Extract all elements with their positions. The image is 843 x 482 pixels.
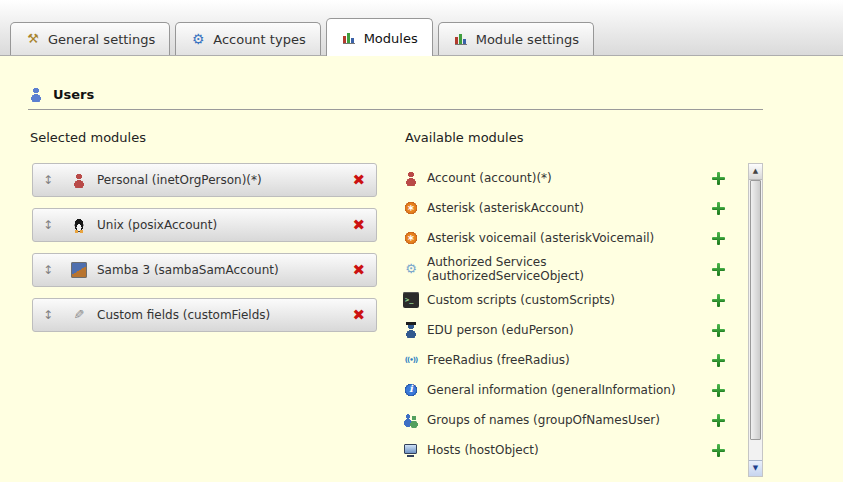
available-module-label: Authorized Services (authorizedServiceOb…: [427, 255, 704, 283]
scroll-down-button[interactable]: ▼: [749, 460, 762, 476]
available-module-label: Account (account)(*): [427, 171, 704, 185]
tab[interactable]: Modules: [326, 18, 433, 56]
tab-label: Modules: [364, 31, 418, 46]
edu-person-icon: [403, 322, 419, 338]
scripts-icon: [403, 292, 419, 308]
unix-icon: [71, 217, 87, 233]
drag-handle-icon[interactable]: ↕: [39, 173, 57, 187]
host-icon: [403, 442, 419, 458]
tab-bar: General settings Account types Modules M…: [0, 0, 843, 56]
available-modules-column: Available modules Account (account)(*) A…: [403, 130, 763, 477]
selected-modules-heading: Selected modules: [30, 130, 378, 145]
add-module-button[interactable]: [712, 354, 725, 367]
plus-icon: [712, 384, 725, 397]
available-module-row: Account (account)(*): [403, 163, 725, 193]
account-icon: [403, 170, 419, 186]
plus-icon: [712, 232, 725, 245]
plus-icon: [712, 202, 725, 215]
section-title: Users: [53, 87, 94, 102]
remove-module-button[interactable]: ✖: [350, 308, 367, 323]
plus-icon: [712, 414, 725, 427]
plus-icon: [712, 172, 725, 185]
available-module-label: EDU person (eduPerson): [427, 323, 704, 337]
selected-module-label: Unix (posixAccount): [97, 218, 217, 232]
selected-module-label: Custom fields (customFields): [97, 308, 270, 322]
available-module-row: FreeRadius (freeRadius): [403, 345, 725, 375]
available-module-row: Asterisk (asteriskAccount): [403, 193, 725, 223]
available-modules-box: Account (account)(*) Asterisk (asteriskA…: [403, 163, 763, 477]
tab-label: Module settings: [476, 32, 579, 47]
chart-settings-icon: [453, 31, 469, 47]
available-module-row: General information (generalInformation): [403, 375, 725, 405]
plus-icon: [712, 263, 725, 276]
remove-module-button[interactable]: ✖: [350, 173, 367, 188]
drag-handle-icon[interactable]: ↕: [39, 263, 57, 277]
asterisk-icon: [403, 200, 419, 216]
available-module-label: Asterisk voicemail (asteriskVoicemail): [427, 231, 704, 245]
add-module-button[interactable]: [712, 444, 725, 457]
add-module-button[interactable]: [712, 232, 725, 245]
gear-icon: [190, 31, 206, 47]
available-module-label: Custom scripts (customScripts): [427, 293, 704, 307]
available-module-row: EDU person (eduPerson): [403, 315, 725, 345]
add-module-button[interactable]: [712, 294, 725, 307]
info-icon: [403, 382, 419, 398]
available-module-label: FreeRadius (freeRadius): [427, 353, 704, 367]
selected-module-label: Samba 3 (sambaSamAccount): [97, 263, 279, 277]
add-module-button[interactable]: [712, 324, 725, 337]
tab-label: General settings: [48, 32, 155, 47]
plus-icon: [712, 324, 725, 337]
add-module-button[interactable]: [712, 384, 725, 397]
asterisk-voicemail-icon: [403, 230, 419, 246]
samba-icon: [71, 262, 87, 278]
remove-module-button[interactable]: ✖: [350, 218, 367, 233]
available-module-row: Groups of names (groupOfNamesUser): [403, 405, 725, 435]
available-module-row: Asterisk voicemail (asteriskVoicemail): [403, 223, 725, 253]
available-module-label: Asterisk (asteriskAccount): [427, 201, 704, 215]
remove-module-button[interactable]: ✖: [350, 263, 367, 278]
add-module-button[interactable]: [712, 263, 725, 276]
drag-handle-icon[interactable]: ↕: [39, 218, 57, 232]
scroll-up-button[interactable]: ▲: [749, 164, 762, 180]
selected-modules-list: ↕ Personal (inetOrgPerson)(*) ✖ ↕ Unix (…: [28, 163, 378, 332]
available-module-label: Groups of names (groupOfNamesUser): [427, 413, 704, 427]
available-module-row: Hosts (hostObject): [403, 435, 725, 465]
available-module-label: Hosts (hostObject): [427, 443, 704, 457]
available-modules-list: Account (account)(*) Asterisk (asteriskA…: [403, 163, 763, 465]
section-header: Users: [28, 86, 763, 110]
tab[interactable]: Account types: [175, 22, 320, 55]
selected-module-row[interactable]: ↕ Personal (inetOrgPerson)(*) ✖: [32, 163, 377, 197]
custom-fields-icon: [71, 307, 87, 323]
group-icon: [403, 412, 419, 428]
personal-icon: [71, 172, 87, 188]
selected-module-row[interactable]: ↕ Custom fields (customFields) ✖: [32, 298, 377, 332]
selected-modules-column: Selected modules ↕ Personal (inetOrgPers…: [28, 130, 378, 477]
selected-module-row[interactable]: ↕ Unix (posixAccount) ✖: [32, 208, 377, 242]
chart-icon: [341, 30, 357, 46]
tab[interactable]: General settings: [10, 22, 170, 55]
plus-icon: [712, 444, 725, 457]
user-icon: [28, 86, 44, 102]
available-module-row: Authorized Services (authorizedServiceOb…: [403, 253, 725, 285]
freeradius-icon: [403, 352, 419, 368]
plus-icon: [712, 354, 725, 367]
modules-page: Users Selected modules ↕ Personal (inetO…: [0, 56, 843, 477]
selected-module-row[interactable]: ↕ Samba 3 (sambaSamAccount) ✖: [32, 253, 377, 287]
available-module-row: Custom scripts (customScripts): [403, 285, 725, 315]
drag-handle-icon[interactable]: ↕: [39, 308, 57, 322]
available-module-label: General information (generalInformation): [427, 383, 704, 397]
services-icon: [403, 261, 419, 277]
add-module-button[interactable]: [712, 414, 725, 427]
add-module-button[interactable]: [712, 172, 725, 185]
tab-label: Account types: [213, 32, 305, 47]
module-columns: Selected modules ↕ Personal (inetOrgPers…: [28, 130, 763, 477]
available-modules-heading: Available modules: [405, 130, 763, 145]
plus-icon: [712, 294, 725, 307]
tab[interactable]: Module settings: [438, 22, 594, 55]
scrollbar-thumb[interactable]: [750, 180, 761, 440]
tools-icon: [25, 31, 41, 47]
scrollbar[interactable]: ▲ ▼: [748, 163, 763, 477]
selected-module-label: Personal (inetOrgPerson)(*): [97, 173, 262, 187]
add-module-button[interactable]: [712, 202, 725, 215]
